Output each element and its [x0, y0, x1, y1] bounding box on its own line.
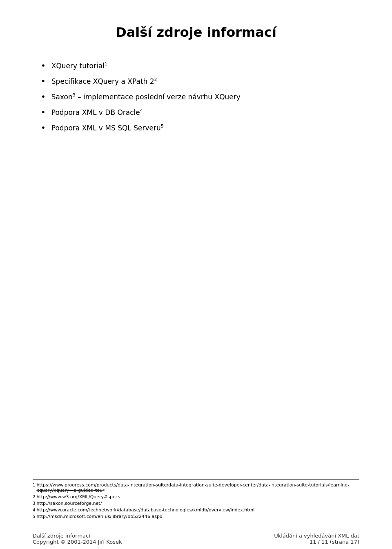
footer-left: Další zdroje informací Copyright © 2001-…	[33, 533, 122, 545]
list-item: Podpora XML v DB Oracle4	[41, 107, 359, 117]
superscript-5: 5	[161, 123, 164, 129]
bullet-list: XQuery tutorial1 Specifikace XQuery a XP…	[33, 61, 359, 132]
list-item: XQuery tutorial1	[41, 61, 359, 70]
footnote-url-1: https://www.progress.com/products/data-i…	[36, 482, 359, 493]
list-item-text: XQuery tutorial1	[51, 62, 107, 70]
footnote-url-4: http://www.oracle.com/technetwork/databa…	[36, 507, 254, 513]
footer-right: Ukládání a vyhledávání XML dat 11 / 11 (…	[274, 533, 359, 545]
footnote-3: 3 http://saxon.sourceforge.net/	[33, 501, 359, 506]
page-title: Další zdroje informací	[33, 25, 359, 40]
footnote-5: 5 http://msdn.microsoft.com/en-us/librar…	[33, 514, 359, 519]
footer-book-title: Ukládání a vyhledávání XML dat	[274, 533, 359, 539]
footer-page-info: 11 / 11 (strana 17)	[274, 539, 359, 545]
list-item-text: Saxon3 – implementace poslední verze náv…	[51, 93, 241, 101]
list-item: Saxon3 – implementace poslední verze náv…	[41, 92, 359, 101]
footnote-2: 2 http://www.w3.org/XML/Query#specs	[33, 494, 359, 500]
superscript-2: 2	[154, 77, 157, 82]
page-content: Další zdroje informací XQuery tutorial1 …	[0, 0, 392, 187]
list-item-text: Podpora XML v DB Oracle4	[51, 108, 143, 117]
footer-copyright: Copyright © 2001-2014 Jiří Kosek	[33, 539, 122, 545]
footer-section-title: Další zdroje informací	[33, 533, 122, 539]
list-item: Specifikace XQuery a XPath 22	[41, 76, 359, 86]
superscript-1: 1	[105, 61, 107, 67]
footnotes-section: 1 https://www.progress.com/products/data…	[33, 480, 359, 520]
list-item-text: Podpora XML v MS SQL Serveru5	[51, 124, 164, 132]
footnote-4: 4 http://www.oracle.com/technetwork/data…	[33, 507, 359, 513]
list-item-text: Specifikace XQuery a XPath 22	[51, 77, 157, 85]
superscript-3: 3	[73, 92, 76, 98]
footnote-url-3: http://saxon.sourceforge.net/	[36, 501, 102, 506]
list-item: Podpora XML v MS SQL Serveru5	[41, 123, 359, 132]
footnote-1: 1 https://www.progress.com/products/data…	[33, 482, 359, 493]
superscript-4: 4	[140, 108, 143, 113]
footnote-url-5: http://msdn.microsoft.com/en-us/library/…	[36, 514, 162, 519]
footnote-url-2: http://www.w3.org/XML/Query#specs	[36, 494, 120, 500]
page-footer: Další zdroje informací Copyright © 2001-…	[33, 530, 359, 545]
